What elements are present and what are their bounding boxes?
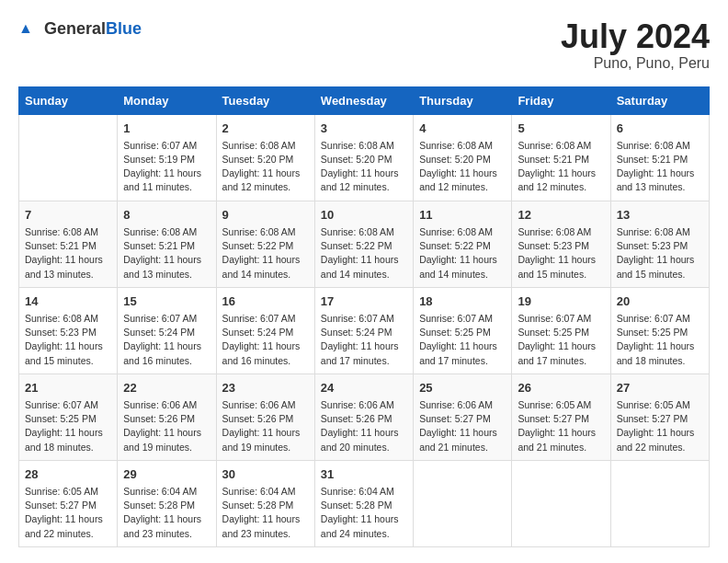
day-number: 18 [419,293,506,310]
day-info: Sunrise: 6:06 AMSunset: 5:26 PMDaylight:… [321,398,407,454]
day-info: Sunrise: 6:08 AMSunset: 5:21 PMDaylight:… [123,225,210,282]
day-number: 20 [617,293,703,310]
calendar-cell: 9Sunrise: 6:08 AMSunset: 5:22 PMDaylight… [216,201,314,287]
day-number: 7 [25,207,111,224]
day-info: Sunrise: 6:08 AMSunset: 5:20 PMDaylight:… [222,139,309,195]
day-info: Sunrise: 6:08 AMSunset: 5:22 PMDaylight:… [419,225,506,282]
day-info: Sunrise: 6:04 AMSunset: 5:28 PMDaylight:… [222,485,309,541]
day-info: Sunrise: 6:05 AMSunset: 5:27 PMDaylight:… [617,398,703,454]
day-info: Sunrise: 6:07 AMSunset: 5:19 PMDaylight:… [123,139,210,195]
day-info: Sunrise: 6:07 AMSunset: 5:25 PMDaylight:… [518,312,604,368]
calendar-cell: 13Sunrise: 6:08 AMSunset: 5:23 PMDayligh… [610,201,709,287]
calendar-cell: 6Sunrise: 6:08 AMSunset: 5:21 PMDaylight… [610,114,709,201]
day-number: 25 [419,380,506,396]
day-info: Sunrise: 6:07 AMSunset: 5:25 PMDaylight:… [617,312,703,368]
calendar-cell: 30Sunrise: 6:04 AMSunset: 5:28 PMDayligh… [216,460,314,546]
day-of-week-header: Monday [118,86,216,114]
day-number: 26 [518,380,604,396]
day-number: 12 [518,207,604,224]
day-number: 17 [321,293,407,310]
calendar-week-row: 14Sunrise: 6:08 AMSunset: 5:23 PMDayligh… [19,287,710,373]
calendar-cell: 28Sunrise: 6:05 AMSunset: 5:27 PMDayligh… [19,460,118,546]
day-number: 8 [123,207,210,224]
day-number: 23 [222,380,309,396]
calendar-cell: 21Sunrise: 6:07 AMSunset: 5:25 PMDayligh… [19,373,118,460]
calendar-cell: 10Sunrise: 6:08 AMSunset: 5:22 PMDayligh… [314,201,413,287]
calendar-cell: 22Sunrise: 6:06 AMSunset: 5:26 PMDayligh… [118,373,216,460]
day-info: Sunrise: 6:08 AMSunset: 5:22 PMDaylight:… [222,225,309,282]
day-number: 14 [25,293,111,310]
logo-general: GeneralBlue [44,20,142,39]
day-number: 30 [222,466,309,483]
day-info: Sunrise: 6:07 AMSunset: 5:24 PMDaylight:… [321,312,407,368]
day-info: Sunrise: 6:07 AMSunset: 5:24 PMDaylight:… [222,312,309,368]
calendar-cell: 24Sunrise: 6:06 AMSunset: 5:26 PMDayligh… [314,373,413,460]
day-number: 27 [617,380,703,396]
day-number: 1 [123,121,210,137]
day-info: Sunrise: 6:08 AMSunset: 5:20 PMDaylight:… [321,139,407,195]
calendar-cell [512,460,610,546]
day-of-week-header: Friday [512,86,610,114]
day-number: 2 [222,121,309,137]
calendar-cell [414,460,512,546]
day-number: 6 [617,121,703,137]
calendar-cell [19,114,118,201]
day-number: 28 [25,466,111,483]
calendar-cell: 27Sunrise: 6:05 AMSunset: 5:27 PMDayligh… [610,373,709,460]
day-info: Sunrise: 6:08 AMSunset: 5:21 PMDaylight:… [518,139,604,195]
day-info: Sunrise: 6:08 AMSunset: 5:20 PMDaylight:… [419,139,506,195]
calendar-cell: 15Sunrise: 6:07 AMSunset: 5:24 PMDayligh… [118,287,216,373]
day-info: Sunrise: 6:05 AMSunset: 5:27 PMDaylight:… [25,485,111,541]
calendar-cell: 3Sunrise: 6:08 AMSunset: 5:20 PMDaylight… [314,114,413,201]
day-info: Sunrise: 6:04 AMSunset: 5:28 PMDaylight:… [321,485,407,541]
calendar-cell: 16Sunrise: 6:07 AMSunset: 5:24 PMDayligh… [216,287,314,373]
day-info: Sunrise: 6:08 AMSunset: 5:23 PMDaylight:… [518,225,604,282]
calendar-cell: 5Sunrise: 6:08 AMSunset: 5:21 PMDaylight… [512,114,610,201]
calendar-week-row: 1Sunrise: 6:07 AMSunset: 5:19 PMDaylight… [19,114,710,201]
day-number: 3 [321,121,407,137]
day-number: 5 [518,121,604,137]
day-number: 19 [518,293,604,310]
calendar-cell: 4Sunrise: 6:08 AMSunset: 5:20 PMDaylight… [414,114,512,201]
day-of-week-header: Tuesday [216,86,314,114]
day-info: Sunrise: 6:07 AMSunset: 5:25 PMDaylight:… [419,312,506,368]
day-number: 15 [123,293,210,310]
day-number: 13 [617,207,703,224]
calendar-cell: 14Sunrise: 6:08 AMSunset: 5:23 PMDayligh… [19,287,118,373]
day-info: Sunrise: 6:08 AMSunset: 5:23 PMDaylight:… [25,312,111,368]
day-of-week-header: Wednesday [314,86,413,114]
calendar-cell: 1Sunrise: 6:07 AMSunset: 5:19 PMDaylight… [118,114,216,201]
day-of-week-header: Sunday [19,86,118,114]
day-number: 9 [222,207,309,224]
day-info: Sunrise: 6:08 AMSunset: 5:21 PMDaylight:… [617,139,703,195]
calendar-cell: 8Sunrise: 6:08 AMSunset: 5:21 PMDaylight… [118,201,216,287]
calendar-cell: 29Sunrise: 6:04 AMSunset: 5:28 PMDayligh… [118,460,216,546]
calendar-cell: 19Sunrise: 6:07 AMSunset: 5:25 PMDayligh… [512,287,610,373]
calendar-cell: 12Sunrise: 6:08 AMSunset: 5:23 PMDayligh… [512,201,610,287]
calendar-cell: 7Sunrise: 6:08 AMSunset: 5:21 PMDaylight… [19,201,118,287]
calendar-cell: 25Sunrise: 6:06 AMSunset: 5:27 PMDayligh… [414,373,512,460]
calendar-week-row: 7Sunrise: 6:08 AMSunset: 5:21 PMDaylight… [19,201,710,287]
calendar-cell: 18Sunrise: 6:07 AMSunset: 5:25 PMDayligh… [414,287,512,373]
day-number: 11 [419,207,506,224]
day-number: 16 [222,293,309,310]
title-block: July 2024 Puno, Puno, Peru [561,18,710,72]
day-info: Sunrise: 6:06 AMSunset: 5:26 PMDaylight:… [222,398,309,454]
logo-icon: ▲ [18,18,40,40]
page-header: ▲ GeneralBlue July 2024 Puno, Puno, Peru [18,18,710,72]
calendar-cell: 23Sunrise: 6:06 AMSunset: 5:26 PMDayligh… [216,373,314,460]
month-year: July 2024 [561,18,710,55]
day-info: Sunrise: 6:08 AMSunset: 5:23 PMDaylight:… [617,225,703,282]
day-number: 10 [321,207,407,224]
logo: ▲ GeneralBlue [18,18,142,40]
calendar-cell: 20Sunrise: 6:07 AMSunset: 5:25 PMDayligh… [610,287,709,373]
location: Puno, Puno, Peru [561,55,710,72]
day-info: Sunrise: 6:08 AMSunset: 5:22 PMDaylight:… [321,225,407,282]
day-number: 4 [419,121,506,137]
calendar-cell: 11Sunrise: 6:08 AMSunset: 5:22 PMDayligh… [414,201,512,287]
calendar-cell: 2Sunrise: 6:08 AMSunset: 5:20 PMDaylight… [216,114,314,201]
day-number: 21 [25,380,111,396]
svg-text:▲: ▲ [18,20,33,36]
day-of-week-header: Thursday [414,86,512,114]
calendar-cell: 26Sunrise: 6:05 AMSunset: 5:27 PMDayligh… [512,373,610,460]
